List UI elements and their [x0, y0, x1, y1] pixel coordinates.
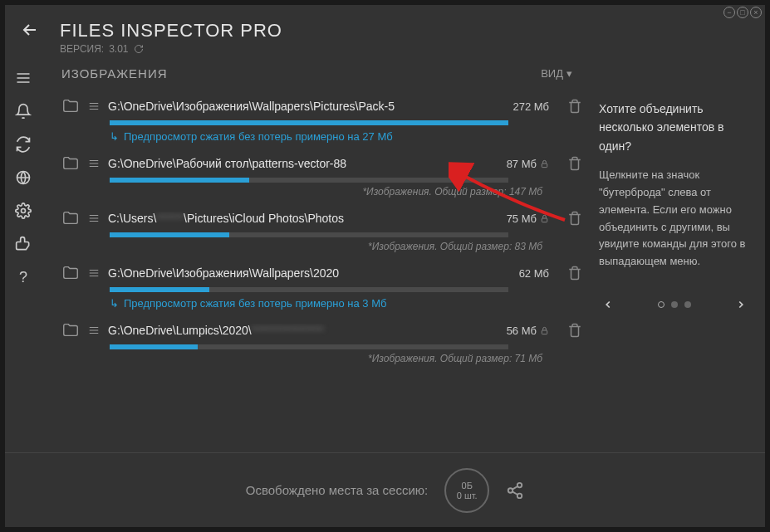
section-title: ИЗОБРАЖЕНИЯ	[61, 66, 168, 81]
list-item[interactable]: G:\OneDrive\Изображения\Wallpapers\Pictu…	[61, 92, 582, 149]
grip-icon[interactable]	[88, 99, 100, 114]
usage-bar	[110, 344, 198, 349]
item-size: 87 Мб	[507, 158, 549, 170]
folder-icon	[61, 97, 80, 115]
item-size: 62 Мб	[519, 267, 549, 280]
version-label: ВЕРСИЯ:	[60, 43, 104, 55]
nav-globe[interactable]	[5, 161, 42, 194]
thumbs-up-icon	[15, 236, 32, 252]
folder-icon	[61, 154, 80, 173]
refresh-icon[interactable]	[134, 44, 144, 54]
chevron-right-icon	[735, 299, 747, 310]
freed-counter: 0Б 0 шт.	[444, 468, 489, 513]
app-title: FILES INSPECTOR PRO	[60, 20, 765, 41]
sync-icon	[15, 136, 32, 153]
item-size: 272 Мб	[513, 100, 549, 113]
svg-rect-4	[542, 330, 547, 334]
lock-icon	[540, 326, 549, 335]
pagination-dot[interactable]	[684, 301, 691, 308]
question-icon: ?	[19, 269, 27, 286]
item-path: G:\OneDrive\Рабочий стол\patterns-vector…	[108, 157, 498, 170]
tip-panel: Хотите объединить несколько элементов в …	[591, 55, 765, 452]
tip-pagination	[658, 301, 691, 308]
nav-settings[interactable]	[5, 194, 42, 227]
corner-arrow-icon: ↳	[110, 297, 119, 310]
nav-refresh[interactable]	[5, 128, 42, 161]
chevron-left-icon	[602, 299, 614, 310]
svg-point-1	[22, 209, 26, 213]
back-button[interactable]	[5, 5, 55, 55]
grip-icon[interactable]	[88, 211, 100, 226]
corner-arrow-icon: ↳	[110, 130, 119, 143]
maximize-button[interactable]: □	[737, 7, 748, 18]
svg-point-6	[508, 488, 513, 493]
list-item[interactable]: C:\Users\******\Pictures\iCloud Photos\P…	[61, 204, 582, 259]
menu-icon	[15, 70, 32, 86]
gear-icon	[15, 203, 32, 219]
compression-preview-link[interactable]: ↳ Предпросмотр сжатия без потерь примерн…	[110, 130, 582, 143]
view-selector[interactable]: ВИД ▾	[541, 67, 572, 80]
chevron-down-icon: ▾	[566, 67, 572, 80]
trash-icon[interactable]	[567, 156, 582, 171]
lock-icon	[540, 214, 549, 223]
trash-icon[interactable]	[567, 266, 582, 281]
share-icon[interactable]	[506, 481, 524, 500]
bell-icon	[15, 103, 32, 120]
nav-like[interactable]	[5, 227, 42, 261]
tip-title: Хотите объединить несколько элементов в …	[599, 100, 750, 155]
folder-icon	[61, 321, 80, 339]
item-subinfo: *Изображения. Общий размер: 83 Мб	[61, 241, 542, 252]
tip-prev-button[interactable]	[599, 295, 617, 314]
trash-icon[interactable]	[567, 323, 582, 338]
nav-notifications[interactable]	[5, 95, 42, 128]
folder-icon	[61, 209, 80, 227]
tip-next-button[interactable]	[732, 295, 750, 314]
item-path: G:\OneDrive\Изображения\Wallpapers\Pictu…	[108, 100, 504, 113]
svg-rect-2	[542, 164, 547, 168]
nav-menu[interactable]	[5, 61, 42, 95]
usage-bar	[110, 232, 229, 237]
item-size: 75 Мб	[507, 212, 549, 225]
lock-icon	[540, 159, 549, 168]
trash-icon[interactable]	[567, 99, 582, 114]
close-button[interactable]: ×	[750, 7, 762, 18]
grip-icon[interactable]	[88, 266, 100, 281]
svg-rect-3	[542, 218, 547, 222]
globe-icon	[15, 169, 32, 186]
pagination-dot[interactable]	[671, 301, 678, 308]
usage-bar	[110, 120, 508, 125]
list-item[interactable]: G:\OneDrive\Lumpics\2020\***************…	[61, 316, 582, 371]
arrow-left-icon	[20, 20, 40, 40]
trash-icon[interactable]	[567, 211, 582, 226]
item-subinfo: *Изображения. Общий размер: 71 Мб	[61, 353, 542, 364]
list-item[interactable]: G:\OneDrive\Рабочий стол\patterns-vector…	[61, 149, 582, 204]
grip-icon[interactable]	[88, 323, 100, 338]
folder-list: G:\OneDrive\Изображения\Wallpapers\Pictu…	[61, 92, 582, 452]
usage-bar	[110, 178, 249, 183]
item-path: G:\OneDrive\Lumpics\2020\***************…	[108, 324, 498, 337]
grip-icon[interactable]	[88, 156, 100, 171]
item-subinfo: *Изображения. Общий размер: 147 Мб	[61, 186, 542, 198]
item-path: G:\OneDrive\Изображения\Wallpapers\2020	[108, 266, 511, 280]
item-path: C:\Users\******\Pictures\iCloud Photos\P…	[108, 212, 498, 225]
compression-preview-link[interactable]: ↳ Предпросмотр сжатия без потерь примерн…	[110, 297, 582, 310]
item-size: 56 Мб	[507, 325, 549, 337]
folder-icon	[61, 264, 80, 282]
freed-label: Освобождено места за сессию:	[246, 483, 428, 497]
minimize-button[interactable]: −	[723, 7, 735, 18]
svg-point-5	[517, 482, 522, 487]
version-number: 3.01	[109, 43, 128, 55]
tip-body: Щелкните на значок "бутерброда" слева от…	[599, 167, 750, 271]
list-item[interactable]: G:\OneDrive\Изображения\Wallpapers\2020 …	[61, 259, 582, 316]
pagination-dot[interactable]	[658, 301, 665, 308]
svg-point-7	[517, 493, 522, 498]
usage-bar	[110, 287, 209, 292]
nav-help[interactable]: ?	[5, 261, 42, 294]
